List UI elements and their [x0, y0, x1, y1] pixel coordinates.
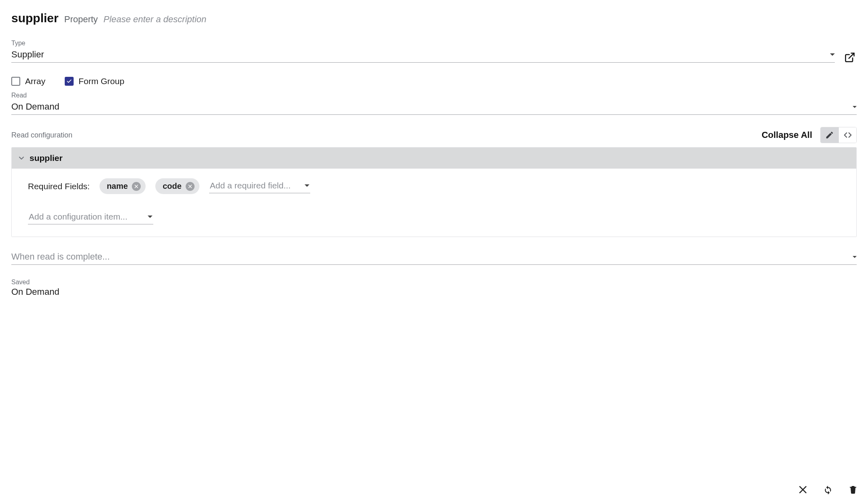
caret-down-icon [148, 216, 152, 218]
close-icon [798, 484, 808, 495]
trash-icon [848, 485, 858, 495]
checkbox-box [11, 77, 20, 86]
collapse-all-button[interactable]: Collapse All [762, 130, 812, 140]
read-config-tree: supplier Required Fields: name code Add … [11, 147, 857, 237]
checkbox-box [65, 77, 74, 86]
saved-value: On Demand [11, 287, 857, 295]
chip-label: code [163, 182, 182, 191]
chip-remove-button[interactable] [186, 182, 195, 191]
array-checkbox-label: Array [25, 76, 45, 86]
refresh-button[interactable] [821, 483, 835, 497]
add-config-item-select[interactable]: Add a configuration item... [28, 210, 153, 224]
close-icon [188, 184, 193, 189]
add-config-item-placeholder: Add a configuration item... [29, 212, 127, 222]
property-header: supplier Property Please enter a descrip… [11, 11, 857, 25]
required-field-chip: code [155, 178, 199, 194]
required-field-chip: name [100, 178, 146, 194]
chip-label: name [107, 182, 128, 191]
when-read-complete-placeholder: When read is complete... [11, 252, 110, 262]
edit-view-button[interactable] [821, 127, 838, 143]
type-value: Supplier [11, 49, 44, 60]
saved-field[interactable]: Saved On Demand [11, 279, 857, 295]
view-mode-toggle [820, 127, 857, 143]
chip-remove-button[interactable] [132, 182, 141, 191]
open-external-button[interactable] [843, 51, 857, 64]
required-fields-row: Required Fields: name code Add a require… [28, 178, 840, 194]
options-checkbox-row: Array Form Group [11, 76, 857, 86]
tree-node-title: supplier [30, 153, 63, 163]
code-view-button[interactable] [838, 127, 856, 143]
read-config-header: Read configuration Collapse All [11, 127, 857, 143]
caret-down-icon [830, 53, 835, 56]
type-field[interactable]: Type Supplier [11, 40, 835, 63]
read-field[interactable]: Read On Demand [11, 92, 857, 115]
caret-down-icon [305, 184, 309, 187]
close-icon [134, 184, 139, 189]
description-placeholder[interactable]: Please enter a description [104, 14, 206, 25]
array-checkbox[interactable]: Array [11, 76, 45, 86]
code-icon [843, 131, 852, 139]
chevron-down-icon [17, 154, 25, 162]
read-label: Read [11, 92, 857, 99]
pencil-icon [825, 131, 834, 139]
form-group-checkbox-label: Form Group [78, 76, 124, 86]
form-group-checkbox[interactable]: Form Group [65, 76, 124, 86]
caret-down-icon [853, 106, 857, 108]
add-required-field-select[interactable]: Add a required field... [209, 179, 310, 193]
type-label: Type [11, 40, 835, 47]
tree-node-header[interactable]: supplier [12, 148, 856, 169]
read-value: On Demand [11, 101, 59, 112]
add-config-item-row: Add a configuration item... [28, 210, 840, 224]
property-title: supplier [11, 11, 59, 25]
saved-label: Saved [11, 279, 857, 286]
delete-button[interactable] [846, 483, 860, 497]
caret-down-icon [853, 256, 857, 258]
read-config-label: Read configuration [11, 131, 72, 139]
footer-action-bar [796, 483, 860, 497]
required-fields-label: Required Fields: [28, 182, 90, 191]
svg-line-0 [849, 53, 854, 59]
add-required-field-placeholder: Add a required field... [210, 181, 291, 190]
refresh-icon [823, 484, 833, 495]
close-button[interactable] [796, 483, 810, 497]
property-kind: Property [64, 14, 98, 25]
open-external-icon [844, 52, 855, 63]
when-read-complete-field[interactable]: When read is complete... [11, 251, 857, 265]
